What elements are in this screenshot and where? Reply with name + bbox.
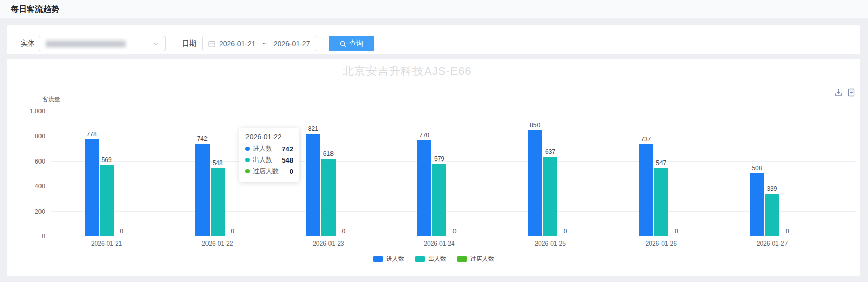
- tooltip-value: 0: [290, 168, 293, 175]
- bar-value-label: 0: [342, 228, 346, 235]
- y-tick-label: 1,000: [30, 108, 45, 115]
- bar-group: 77856902026-01-21: [51, 111, 162, 236]
- bar-value-label: 0: [564, 228, 567, 235]
- bar-进人数[interactable]: [306, 134, 320, 236]
- tooltip-dot: [245, 158, 250, 162]
- bar-出人数[interactable]: [765, 194, 779, 236]
- bar-value-label: 569: [102, 156, 112, 164]
- bar-group: 77057902026-01-24: [384, 111, 494, 236]
- bar-value-label: 821: [308, 125, 318, 132]
- tooltip-title: 2026-01-22: [245, 133, 293, 141]
- date-end: 2026-01-27: [274, 39, 310, 48]
- bar-出人数[interactable]: [654, 168, 668, 236]
- bar-group: 85063702026-01-25: [495, 111, 606, 236]
- bar-value-label: 548: [213, 159, 223, 167]
- bar-进人数[interactable]: [85, 139, 99, 236]
- tooltip-label: 出人数: [253, 155, 272, 165]
- bar-进人数[interactable]: [417, 140, 431, 236]
- bar-value-label: 618: [323, 150, 334, 157]
- bar-value-label: 637: [545, 148, 555, 155]
- y-tick-label: 800: [35, 133, 45, 140]
- x-axis-label: 2026-01-23: [273, 240, 384, 247]
- plot-area: 02004006008001,00077856902026-01-2174254…: [51, 111, 856, 236]
- bar-value-label: 579: [434, 155, 444, 163]
- legend-label: 过店人数: [470, 255, 494, 263]
- tooltip-row: 出人数 548: [245, 154, 293, 166]
- bar-group: 73754702026-01-26: [606, 111, 717, 236]
- bar-出人数[interactable]: [100, 165, 114, 236]
- bar-value-label: 770: [419, 132, 429, 139]
- x-axis-label: 2026-01-24: [384, 240, 494, 247]
- query-button-label: 查询: [349, 39, 363, 48]
- legend-label: 出人数: [428, 255, 446, 263]
- tooltip-value: 742: [282, 145, 293, 153]
- legend-swatch: [457, 256, 467, 262]
- y-tick-label: 600: [35, 158, 45, 165]
- y-tick-label: 200: [35, 208, 45, 215]
- report-icon[interactable]: [847, 88, 855, 97]
- date-separator: ~: [263, 39, 267, 48]
- entity-value-redacted: [46, 41, 126, 47]
- bar-value-label: 0: [120, 228, 123, 235]
- legend-swatch: [373, 256, 383, 262]
- bar-出人数[interactable]: [211, 168, 225, 236]
- bar-value-label: 339: [767, 185, 777, 192]
- entity-select[interactable]: [39, 36, 166, 51]
- bar-出人数[interactable]: [543, 157, 557, 236]
- tooltip-label: 过店人数: [253, 167, 279, 176]
- x-axis-label: 2026-01-27: [717, 240, 828, 247]
- x-axis-label: 2026-01-21: [51, 240, 162, 247]
- bar-出人数[interactable]: [321, 159, 336, 236]
- tooltip-row: 进人数 742: [245, 143, 293, 154]
- x-axis-label: 2026-01-26: [606, 240, 717, 247]
- tooltip-dot: [245, 169, 250, 173]
- chevron-down-icon: [153, 41, 159, 47]
- y-tick-label: 400: [35, 183, 45, 190]
- entity-label: 实体: [21, 39, 35, 48]
- bar-value-label: 508: [752, 165, 762, 172]
- legend-item-进人数[interactable]: 进人数: [373, 255, 404, 263]
- bar-value-label: 0: [231, 228, 234, 235]
- bar-value-label: 778: [87, 131, 97, 138]
- bar-value-label: 0: [675, 228, 678, 235]
- tooltip-row: 过店人数 0: [245, 166, 293, 177]
- tooltip-dot: [245, 147, 250, 151]
- bar-value-label: 850: [530, 122, 540, 129]
- bar-value-label: 0: [453, 228, 457, 235]
- date-range-input[interactable]: 2026-01-21 ~ 2026-01-27: [202, 36, 317, 51]
- date-start: 2026-01-21: [219, 39, 256, 48]
- y-axis-title: 客流量: [42, 95, 60, 104]
- search-icon: [340, 41, 346, 47]
- legend-label: 进人数: [386, 255, 404, 263]
- bar-value-label: 547: [656, 159, 666, 167]
- query-button[interactable]: 查询: [329, 36, 374, 51]
- chart-tooltip: 2026-01-22 进人数 742 出人数 548 过店人数 0: [239, 128, 299, 182]
- legend-item-过店人数[interactable]: 过店人数: [457, 255, 494, 263]
- legend-item-出人数[interactable]: 出人数: [415, 255, 446, 263]
- bar-value-label: 0: [786, 228, 789, 235]
- bar-group: 50833902026-01-27: [717, 111, 828, 236]
- bar-进人数[interactable]: [750, 173, 764, 236]
- bar-出人数[interactable]: [432, 164, 446, 236]
- y-tick-label: 0: [42, 233, 45, 240]
- calendar-icon: [208, 40, 215, 47]
- page-title: 每日客流趋势: [11, 4, 59, 15]
- date-label: 日期: [182, 39, 196, 48]
- tooltip-label: 进人数: [253, 144, 272, 153]
- bar-进人数[interactable]: [528, 130, 542, 236]
- filter-bar: 实体 日期 2026-01-21 ~ 2026-01-27 查询: [7, 25, 860, 54]
- bar-进人数[interactable]: [195, 144, 210, 236]
- legend-swatch: [415, 256, 425, 262]
- bar-groups: 77856902026-01-2174254802026-01-22821618…: [51, 111, 828, 236]
- tooltip-value: 548: [282, 156, 293, 164]
- bar-value-label: 742: [197, 135, 208, 142]
- title-bar: 每日客流趋势: [0, 0, 868, 18]
- chart-legend: 进人数出人数过店人数: [7, 255, 860, 263]
- chart-panel: 客流量 02004006008001,00077856902026-01-217…: [7, 59, 860, 276]
- download-icon[interactable]: [834, 88, 843, 97]
- x-axis-label: 2026-01-25: [495, 240, 606, 247]
- bar-进人数[interactable]: [639, 144, 653, 236]
- x-axis-label: 2026-01-22: [162, 240, 273, 247]
- bar-value-label: 737: [641, 136, 651, 143]
